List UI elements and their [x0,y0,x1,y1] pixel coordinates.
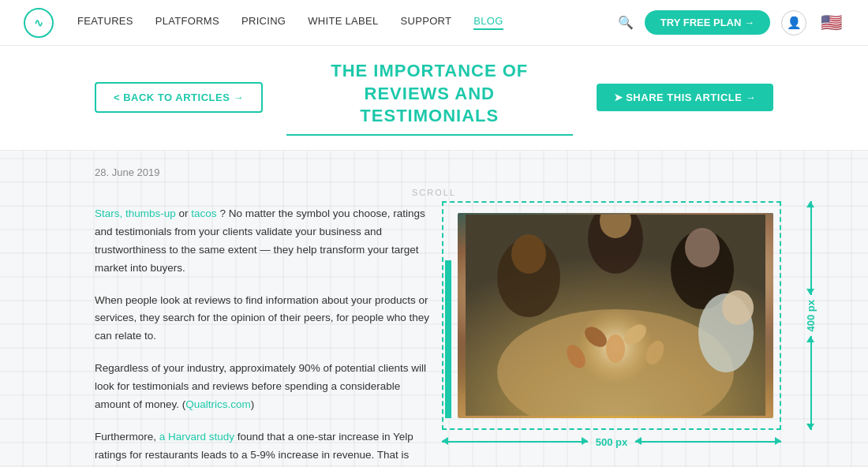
nav-blog[interactable]: BLOG [473,15,503,30]
content-area: Stars, thumbs-up or tacos ? No matter th… [95,205,773,467]
paragraph-1: Stars, thumbs-up or tacos ? No matter th… [95,205,434,278]
nav-white-label[interactable]: WHITE LABEL [308,15,378,30]
search-icon[interactable]: 🔍 [618,15,634,30]
user-account-icon[interactable]: 👤 [781,10,806,35]
article-title-block: THE IMPORTANCE OF REVIEWS AND TESTIMONIA… [286,60,573,136]
width-dimension: 500 px [442,436,781,448]
nav-links: FEATURES PLATFORMS PRICING WHITE LABEL S… [77,15,618,30]
svg-point-10 [511,234,546,274]
svg-point-4 [606,334,625,363]
width-arrow-line [442,441,588,443]
article-heading: THE IMPORTANCE OF REVIEWS AND TESTIMONIA… [286,60,573,128]
teal-accent-bar [445,260,451,418]
back-to-articles-button[interactable]: < BACK TO ARTICLES → [95,82,263,113]
nav-features[interactable]: FEATURES [77,15,133,30]
tacos-link[interactable]: tacos [191,207,216,219]
width-arrow-line-right [635,441,781,443]
share-article-button[interactable]: ➤ SHARE THIS ARTICLE → [597,84,773,111]
article-image-area: 500 px 400 px [458,213,773,418]
nav-right: 🔍 TRY FREE PLAN → 👤 🇺🇸 [618,9,844,36]
nav-support[interactable]: SUPPORT [401,15,452,30]
svg-point-12 [685,228,720,267]
height-dimension: 400 px [805,201,817,430]
try-free-button[interactable]: TRY FREE PLAN → [645,10,770,35]
text-column: Stars, thumbs-up or tacos ? No matter th… [95,205,434,467]
title-underline [286,134,573,136]
thumbs-up-image-svg [466,215,765,416]
logo[interactable]: ∿ [24,8,54,38]
scroll-hint: SCROLL [95,188,773,197]
paragraph-3: Regardless of your industry, approximate… [95,360,434,414]
height-label: 400 px [805,295,817,336]
article-date: 28. June 2019 [95,166,773,178]
main-content: 28. June 2019 SCROLL Stars, thumbs-up or… [0,151,868,467]
height-arrow-line [810,201,812,295]
harvard-study-link[interactable]: a Harvard study [159,431,234,443]
article-header: < BACK TO ARTICLES → THE IMPORTANCE OF R… [0,46,868,151]
language-flag[interactable]: 🇺🇸 [817,9,844,36]
height-arrow-line-bottom [810,336,812,430]
qualtrics-link[interactable]: Qualtrics.com [185,398,251,410]
nav-platforms[interactable]: PLATFORMS [155,15,219,30]
paragraph-2: When people look at reviews to find info… [95,292,434,346]
nav-pricing[interactable]: PRICING [241,15,286,30]
svg-point-16 [722,290,754,325]
paragraph-4: Furthermore, a Harvard study found that … [95,428,434,467]
stars-link[interactable]: Stars, thumbs-up [95,207,176,219]
width-label: 500 px [588,436,635,448]
article-image [458,213,773,418]
navbar: ∿ FEATURES PLATFORMS PRICING WHITE LABEL… [0,0,868,46]
